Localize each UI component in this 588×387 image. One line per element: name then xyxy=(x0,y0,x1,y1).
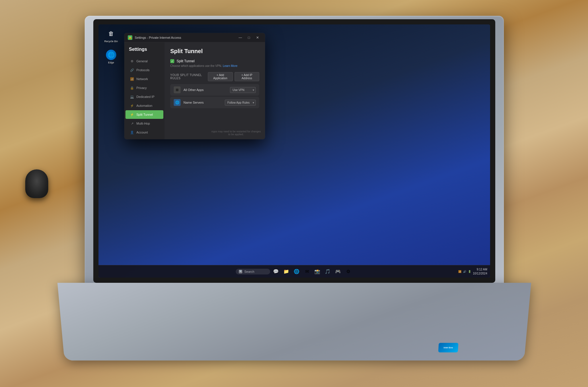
intel-sticker: Intel Evo xyxy=(438,343,458,352)
main-content-panel: Split Tunnel ✓ Split Tunnel Choose which… xyxy=(165,42,265,139)
windows-taskbar: ⊞ 🔍 Search 💬 📁 🌐 ✉ 📸 🎵 🎮 ⚙ xyxy=(98,265,490,278)
sidebar-item-multi-hop-label: Multi-Hop xyxy=(136,122,150,125)
sidebar-heading: Settings xyxy=(124,47,165,57)
minimize-button[interactable]: — xyxy=(236,34,244,41)
desktop-icon-edge[interactable]: 🌐 Edge xyxy=(102,50,120,64)
recycle-bin-icon: 🗑 xyxy=(106,28,116,39)
name-servers-name: Name Servers xyxy=(183,101,222,104)
settings-sidebar: Settings ⚙ General 🔗 Protocols 📶 Net xyxy=(124,42,165,139)
page-title: Split Tunnel xyxy=(170,48,259,55)
network-icon: 📶 xyxy=(130,77,134,81)
taskbar-icon-games[interactable]: 🎮 xyxy=(333,267,343,276)
systray-network-icon[interactable]: 📶 xyxy=(458,270,462,274)
privacy-icon: 🔒 xyxy=(130,86,134,90)
screen-bezel: 🗑 Recycle Bin 🌐 Edge 🔒 Settings - Privat… xyxy=(93,19,495,283)
name-servers-dropdown[interactable]: Follow App Rules Use VPN Bypass VPN Bloc… xyxy=(225,100,256,106)
name-servers-icon: 🌐 xyxy=(174,99,181,106)
rule-item-name-servers: 🌐 Name Servers Follow App Rules Use VPN … xyxy=(170,97,259,108)
mouse xyxy=(25,169,48,198)
close-button[interactable]: ✕ xyxy=(254,34,262,41)
all-other-apps-action-wrapper: Use VPN Bypass VPN Block xyxy=(230,87,256,93)
taskbar-icon-music[interactable]: 🎵 xyxy=(323,267,332,276)
split-tunnel-icon: ⚡ xyxy=(130,113,134,117)
learn-more-link[interactable]: Learn More xyxy=(223,64,237,67)
sidebar-item-split-tunnel[interactable]: ⚡ Split Tunnel xyxy=(125,110,163,119)
window-titlebar[interactable]: 🔒 Settings - Private Internet Access — □… xyxy=(124,33,265,42)
pia-app-icon: 🔒 xyxy=(128,35,132,40)
taskbar-time-display: 9:12 AM xyxy=(473,268,487,272)
recycle-bin-label: Recycle Bin xyxy=(104,40,118,43)
sidebar-item-account-label: Account xyxy=(136,131,148,134)
rules-action-buttons: + Add Application + Add IP Address xyxy=(208,72,259,81)
sidebar-item-network-label: Network xyxy=(136,77,148,81)
pia-settings-window: 🔒 Settings - Private Internet Access — □… xyxy=(124,33,265,139)
sidebar-item-protocols-label: Protocols xyxy=(136,68,150,72)
rule-item-all-other-apps: ⊞ All Other Apps Use VPN Bypass VPN Bloc… xyxy=(170,84,259,96)
rules-list: ⊞ All Other Apps Use VPN Bypass VPN Bloc… xyxy=(170,84,259,108)
sidebar-item-privacy[interactable]: 🔒 Privacy xyxy=(125,84,163,92)
sidebar-item-dedicated-ip-label: Dedicated IP xyxy=(136,95,154,98)
split-tunnel-toggle-row[interactable]: ✓ Split Tunnel xyxy=(170,59,259,63)
sidebar-item-dedicated-ip[interactable]: 💻 Dedicated IP xyxy=(125,92,163,101)
sidebar-item-general[interactable]: ⚙ General xyxy=(125,57,163,65)
protocols-icon: 🔗 xyxy=(130,68,134,72)
automation-icon: ⚡ xyxy=(130,104,134,108)
taskbar-center-icons: ⊞ 🔍 Search 💬 📁 🌐 ✉ 📸 🎵 🎮 ⚙ xyxy=(236,267,353,276)
taskbar-icon-browser[interactable]: 🌐 xyxy=(292,267,301,276)
sidebar-item-general-label: General xyxy=(136,59,148,63)
taskbar-search-label: Search xyxy=(244,270,254,273)
desktop-icon-recycle-bin[interactable]: 🗑 Recycle Bin xyxy=(102,28,120,43)
taskbar-icon-settings[interactable]: ⚙ xyxy=(344,267,353,276)
edge-label: Edge xyxy=(108,61,114,64)
start-button[interactable]: ⊞ xyxy=(236,267,245,276)
systray-battery-icon[interactable]: 🔋 xyxy=(468,270,472,274)
sidebar-item-account[interactable]: 👤 Account xyxy=(125,128,163,137)
edge-icon: 🌐 xyxy=(106,50,116,60)
rules-header: Your Split Tunnel Rules + Add Applicatio… xyxy=(170,72,259,81)
taskbar-date-display: 10/12/2024 xyxy=(473,272,487,276)
laptop-screen: 🗑 Recycle Bin 🌐 Edge 🔒 Settings - Privat… xyxy=(98,24,490,278)
dedicated-ip-icon: 💻 xyxy=(130,95,134,99)
window-body: Settings ⚙ General 🔗 Protocols 📶 Net xyxy=(124,42,265,139)
laptop-keyboard-base: Intel Evo xyxy=(57,283,531,361)
sidebar-item-automation-label: Automation xyxy=(136,104,152,107)
taskbar-icon-explorer[interactable]: 📁 xyxy=(282,267,291,276)
sidebar-item-multi-hop[interactable]: ↗ Multi-Hop xyxy=(125,119,163,128)
taskbar-icon-chat[interactable]: 💬 xyxy=(271,267,281,276)
sidebar-item-automation[interactable]: ⚡ Automation xyxy=(125,101,163,110)
sidebar-item-network[interactable]: 📶 Network xyxy=(125,75,163,83)
maximize-button[interactable]: □ xyxy=(245,34,253,41)
sidebar-item-protocols[interactable]: 🔗 Protocols xyxy=(125,66,163,74)
name-servers-action-wrapper: Follow App Rules Use VPN Bypass VPN Bloc… xyxy=(225,100,256,106)
sidebar-item-split-tunnel-label: Split Tunnel xyxy=(136,113,153,116)
sidebar-item-privacy-label: Privacy xyxy=(136,86,147,90)
all-other-apps-dropdown[interactable]: Use VPN Bypass VPN Block xyxy=(230,87,256,93)
window-title: Settings - Private Internet Access xyxy=(135,36,236,39)
taskbar-icon-camera[interactable]: 📸 xyxy=(313,267,322,276)
systray-icons: 📶 🔊 🔋 xyxy=(458,270,472,274)
add-application-button[interactable]: + Add Application xyxy=(208,72,233,81)
footer-note: Apps may need to be restarted for change… xyxy=(210,130,262,136)
taskbar-clock[interactable]: 9:12 AM 10/12/2024 xyxy=(473,268,487,276)
all-other-apps-icon: ⊞ xyxy=(174,86,181,93)
general-icon: ⚙ xyxy=(130,59,134,63)
laptop-lid: 🗑 Recycle Bin 🌐 Edge 🔒 Settings - Privat… xyxy=(85,16,504,291)
rules-section-title: Your Split Tunnel Rules xyxy=(170,73,208,80)
systray-volume-icon[interactable]: 🔊 xyxy=(463,270,467,274)
sidebar-item-help[interactable]: ? Help xyxy=(125,137,163,139)
multi-hop-icon: ↗ xyxy=(130,121,134,125)
window-controls: — □ ✕ xyxy=(236,34,262,41)
account-icon: 👤 xyxy=(130,130,134,134)
split-tunnel-toggle-label: Split Tunnel xyxy=(177,59,195,63)
add-ip-address-button[interactable]: + Add IP Address xyxy=(235,72,259,81)
all-other-apps-name: All Other Apps xyxy=(183,88,227,92)
taskbar-icon-mail[interactable]: ✉ xyxy=(302,267,312,276)
split-tunnel-checkbox[interactable]: ✓ xyxy=(170,59,174,63)
system-tray: 📶 🔊 🔋 9:12 AM 10/12/2024 xyxy=(458,268,487,276)
split-tunnel-description: Choose which applications use the VPN. L… xyxy=(170,64,259,67)
